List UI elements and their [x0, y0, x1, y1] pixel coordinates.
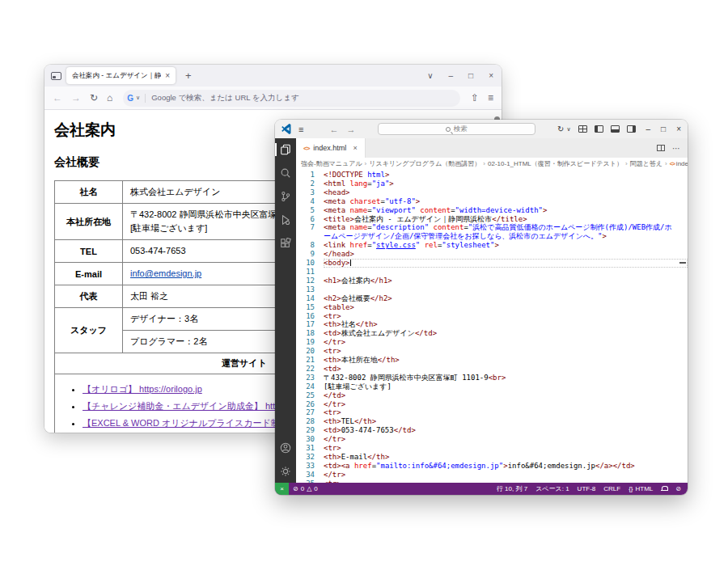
breadcrumb-item[interactable]: 02-10-1_HTML（復習・制作スピードテスト） [488, 159, 623, 168]
split-editor-icon[interactable] [657, 145, 665, 151]
code-line[interactable]: 26</tr> [296, 400, 688, 409]
search-placeholder: 検索 [454, 125, 468, 134]
toggle-secondary-sidebar-icon[interactable] [627, 125, 636, 133]
breadcrumb-item[interactable]: 問題と答え [630, 159, 662, 168]
cursor-position-status[interactable]: 行 10, 列 7 [497, 484, 527, 493]
toggle-sidebar-icon[interactable] [595, 125, 603, 133]
code-line[interactable]: 2<html lang="ja"> [296, 180, 688, 188]
url-bar[interactable]: G ∨ Google で検索、または URL を入力します [123, 90, 460, 107]
close-icon[interactable]: × [487, 71, 495, 80]
source-control-icon[interactable] [279, 190, 292, 203]
firefox-view-icon[interactable] [51, 72, 61, 80]
problems-status[interactable]: ⊘ 0 △ 0 [289, 485, 322, 492]
menu-icon[interactable]: ≡ [298, 125, 303, 134]
tab-close-icon[interactable]: × [165, 71, 170, 80]
customize-layout-icon[interactable] [578, 125, 587, 133]
code-line[interactable]: 16<tr> [296, 312, 688, 321]
code-line[interactable]: 5<meta name="viewport" content="width=de… [296, 206, 688, 215]
command-search-box[interactable]: 検索 [378, 123, 535, 135]
code-line[interactable]: 22<td> [296, 365, 688, 374]
do-not-disturb-icon[interactable]: ⊘ [675, 485, 681, 492]
tab-index-html[interactable]: <> index.html × [296, 138, 366, 158]
toggle-panel-icon[interactable] [611, 125, 620, 133]
breadcrumb-item[interactable]: リスキリングプログラム（動画講習） [369, 159, 480, 168]
home-icon[interactable]: ⌂ [107, 93, 112, 103]
sync-icon[interactable]: ↻ [557, 125, 564, 133]
email-link[interactable]: info@emdesign.jp [130, 268, 201, 278]
code-line[interactable]: 13 [296, 285, 688, 294]
browser-tab[interactable]: 会社案内 - エムデザイン｜静岡県浜松 × [66, 67, 176, 84]
code-line[interactable]: 11 [296, 268, 688, 277]
settings-gear-icon[interactable] [279, 465, 292, 478]
breadcrumb-item[interactable]: <>index.html [670, 160, 688, 167]
maximize-icon[interactable]: □ [661, 125, 666, 133]
close-icon[interactable]: × [676, 125, 681, 133]
maximize-icon[interactable]: □ [467, 71, 475, 80]
menu-icon[interactable]: ≡ [488, 92, 493, 103]
search-engine-chip[interactable]: G ∨ [127, 94, 146, 103]
minimize-icon[interactable]: – [646, 125, 651, 133]
notifications-bell-icon[interactable] [661, 486, 667, 492]
code-line[interactable]: 15<table> [296, 303, 688, 312]
history-nav: ← → [329, 125, 355, 134]
account-icon[interactable] [279, 441, 292, 454]
code-line[interactable]: 8<link href="style.css" rel="stylesheet"… [296, 241, 688, 250]
breadcrumb-item[interactable]: 強会-動画マニュアル [301, 159, 362, 168]
back-icon[interactable]: ← [53, 93, 62, 103]
code-line[interactable]: 30</tr> [296, 435, 688, 444]
code-line[interactable]: 25</td> [296, 391, 688, 400]
code-line[interactable]: 18<td>株式会社エムデザイン</td> [296, 329, 688, 338]
code-line[interactable]: 7<meta name="description" content="浜松で高品… [296, 223, 688, 241]
forward-icon[interactable]: → [346, 125, 355, 134]
extensions-icon[interactable] [279, 237, 292, 250]
forward-icon[interactable]: → [71, 93, 81, 103]
site-link[interactable]: 【オリロゴ】 https://orilogo.jp [83, 384, 202, 394]
code-line[interactable]: 14<h2>会社概要</h2> [296, 294, 688, 303]
eol-status[interactable]: CRLF [603, 485, 620, 492]
code-line[interactable]: 31<tr> [296, 444, 688, 453]
breadcrumb-separator: › [665, 160, 667, 167]
new-tab-button[interactable]: + [180, 70, 197, 82]
code-line[interactable]: 10<body> [296, 259, 688, 268]
language-mode-status[interactable]: {} HTML [629, 485, 653, 492]
code-line[interactable]: 4<meta charset="utf-8"> [296, 197, 688, 206]
code-line[interactable]: 28<th>TEL</th> [296, 417, 688, 426]
code-line[interactable]: 34</tr> [296, 471, 688, 479]
list-tabs-icon[interactable]: ∨ [425, 71, 434, 80]
code-line[interactable]: 21<th>本社所在地</th> [296, 356, 688, 365]
line-number: 18 [296, 329, 324, 338]
minimize-icon[interactable]: – [447, 71, 455, 80]
explorer-icon[interactable] [279, 143, 292, 156]
run-debug-icon[interactable] [279, 213, 292, 226]
line-number: 34 [296, 471, 324, 479]
code-line[interactable]: 3<head> [296, 188, 688, 197]
more-actions-icon[interactable]: ⋯ [672, 144, 680, 153]
code-line[interactable]: 19</tr> [296, 338, 688, 347]
code-line[interactable]: 24[駐車場ございます] [296, 382, 688, 391]
code-line[interactable]: 32<th>E-mail</th> [296, 453, 688, 462]
code-line[interactable]: 17<th>社名</th> [296, 320, 688, 329]
line-number: 26 [296, 400, 324, 409]
tab-close-icon[interactable]: × [353, 144, 357, 152]
line-number: 7 [296, 223, 324, 241]
code-line[interactable]: 35<tr> [296, 479, 688, 483]
code-line[interactable]: 12<h1>会社案内</h1> [296, 277, 688, 285]
code-line[interactable]: 6<title>会社案内 - エムデザイン｜静岡県浜松市</title> [296, 215, 688, 224]
code-line[interactable]: 9</head> [296, 250, 688, 259]
code-line[interactable]: 23〒432-8002 静岡県浜松市中央区富塚町 1101-9<br> [296, 374, 688, 382]
code-line[interactable]: 27<tr> [296, 408, 688, 417]
library-icon[interactable]: ⇧ [471, 92, 479, 103]
breadcrumb-separator: › [365, 160, 367, 167]
code-line[interactable]: 33<td><a href="mailto:info&#64;emdesign.… [296, 462, 688, 471]
search-icon[interactable] [279, 167, 292, 180]
code-line[interactable]: 20<tr> [296, 347, 688, 356]
encoding-status[interactable]: UTF-8 [578, 485, 596, 492]
reload-icon[interactable]: ↻ [90, 93, 98, 103]
indentation-status[interactable]: スペース: 1 [535, 484, 569, 493]
back-icon[interactable]: ← [329, 125, 338, 134]
code-line[interactable]: 29<td>053-474-7653</td> [296, 426, 688, 435]
code-editor[interactable]: 1<!DOCTYPE html>2<html lang="ja">3<head>… [296, 169, 688, 483]
remote-indicator[interactable]: × [275, 483, 289, 495]
code-line[interactable]: 1<!DOCTYPE html> [296, 171, 688, 180]
chevron-down-icon[interactable]: ∨ [566, 126, 570, 133]
